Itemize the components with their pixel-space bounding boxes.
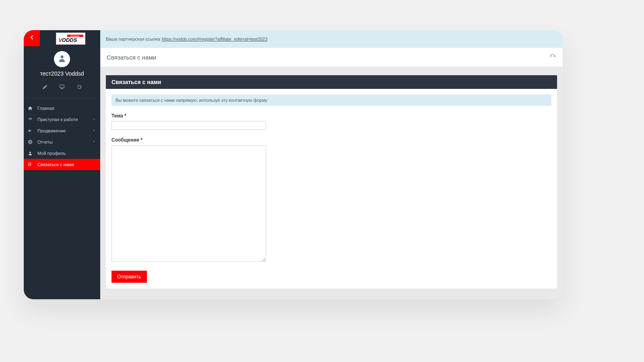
user-actions	[24, 84, 100, 90]
refresh-icon	[550, 55, 556, 62]
sidebar-item-promotion[interactable]: Продвижение	[24, 125, 100, 136]
globe-icon	[28, 140, 33, 144]
app-frame: AFFILIATES VODDS тест2023 Voddsd	[24, 30, 563, 299]
referral-link[interactable]: https://vodds.com/#register?affiliate_re…	[162, 37, 267, 41]
title-bar: Связаться с нами	[100, 48, 563, 67]
switch-view-button[interactable]	[59, 84, 65, 90]
main-area: Ваша партнерская ссылка https://vodds.co…	[100, 30, 563, 299]
gauge-icon	[28, 117, 33, 122]
sidebar-item-label: Отчеты	[37, 140, 53, 144]
sidebar-item-label: Приступая к работе	[37, 117, 78, 122]
logo: AFFILIATES VODDS	[56, 33, 85, 45]
chevron-down-icon	[92, 140, 96, 144]
submit-button[interactable]: Отправить	[111, 271, 147, 283]
info-box: Вы можете связаться с нами напрямую, исп…	[111, 95, 551, 106]
user-icon	[58, 54, 66, 64]
sidebar-item-reports[interactable]: Отчеты	[24, 136, 100, 148]
at-icon	[28, 162, 33, 167]
username: тест2023 Voddsd	[24, 70, 100, 77]
sidebar-divider	[27, 98, 97, 98]
home-icon	[28, 106, 33, 111]
contact-card: Связаться с нами Вы можете связаться с н…	[106, 75, 557, 288]
message-textarea[interactable]	[111, 145, 266, 262]
desktop-icon	[59, 84, 65, 91]
page-title: Связаться с нами	[107, 54, 156, 61]
power-icon	[76, 84, 82, 91]
sidebar-item-home[interactable]: Главная	[24, 103, 100, 114]
card-body: Вы можете связаться с нами напрямую, исп…	[106, 89, 557, 288]
avatar	[54, 51, 70, 67]
sidebar-item-label: Мой профиль	[37, 151, 66, 156]
refresh-button[interactable]	[550, 54, 556, 61]
card-title: Связаться с нами	[106, 75, 557, 89]
sidebar-item-contact[interactable]: Связаться с нами	[24, 159, 100, 170]
logo-badge-text: AFFILIATES	[71, 35, 80, 37]
sidebar-nav: Главная Приступая к работе Продвижение О…	[24, 103, 100, 170]
edit-profile-button[interactable]	[42, 84, 48, 90]
sidebar: AFFILIATES VODDS тест2023 Voddsd	[24, 30, 100, 299]
message-group: Сообщение *	[111, 137, 551, 263]
logo-main-text: VODDS	[58, 37, 77, 43]
message-label: Сообщение *	[111, 137, 551, 143]
sidebar-collapse-button[interactable]	[24, 30, 40, 46]
subject-group: Тема *	[111, 113, 551, 130]
user-icon	[28, 151, 33, 156]
sidebar-item-label: Главная	[37, 106, 54, 111]
sidebar-item-getting-started[interactable]: Приступая к работе	[24, 114, 100, 125]
chevron-down-icon	[92, 117, 96, 121]
svg-point-1	[60, 56, 63, 58]
subject-input[interactable]	[111, 121, 266, 130]
subject-label: Тема *	[111, 113, 551, 119]
referral-bar: Ваша партнерская ссылка https://vodds.co…	[100, 30, 563, 48]
sidebar-item-profile[interactable]: Мой профиль	[24, 148, 100, 159]
logout-button[interactable]	[76, 84, 82, 90]
svg-point-2	[29, 152, 31, 153]
bullhorn-icon	[28, 128, 33, 133]
chevron-left-icon	[29, 34, 35, 42]
referral-prefix: Ваша партнерская ссылка	[106, 37, 160, 41]
chevron-down-icon	[92, 128, 96, 132]
pencil-icon	[42, 84, 48, 91]
sidebar-item-label: Продвижение	[37, 128, 66, 133]
sidebar-item-label: Связаться с нами	[37, 162, 74, 167]
